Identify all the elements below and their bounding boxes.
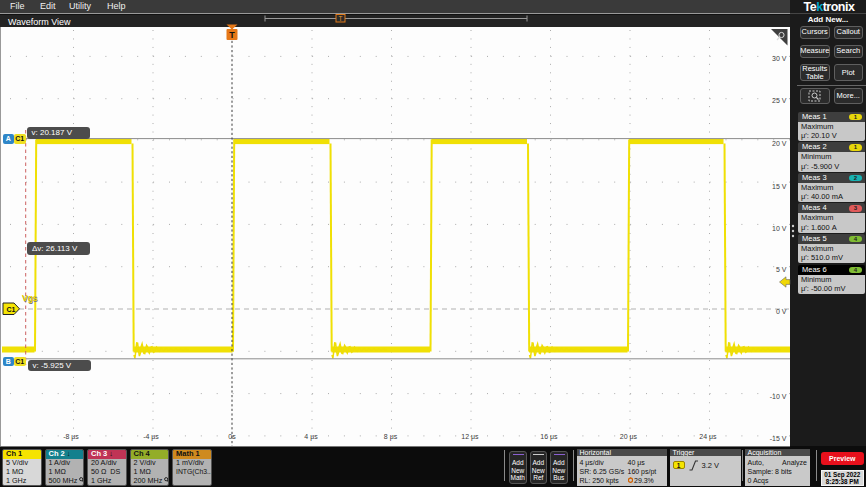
svg-text:T: T — [229, 30, 235, 40]
svg-text:T: T — [339, 15, 343, 22]
svg-text:C1: C1 — [7, 306, 16, 313]
